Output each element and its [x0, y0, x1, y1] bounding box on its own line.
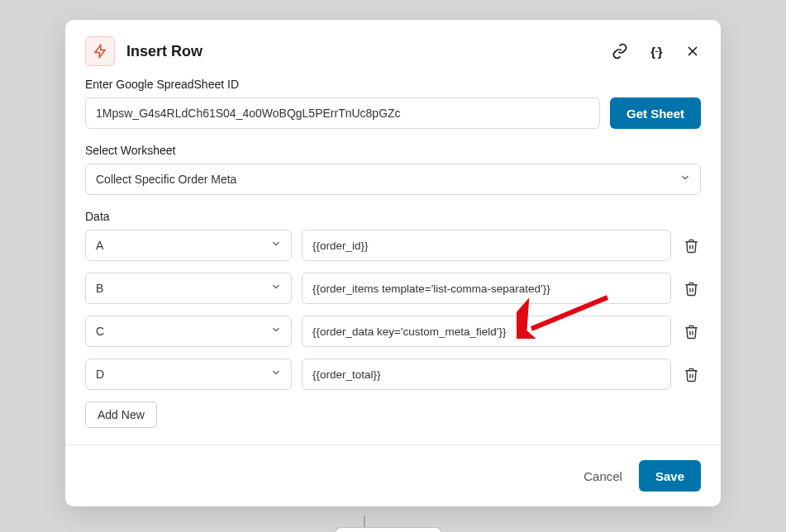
add-new-button[interactable]: Add New: [85, 401, 157, 428]
link-icon[interactable]: [612, 43, 628, 59]
worksheet-select[interactable]: Collect Specific Order Meta: [85, 164, 701, 195]
worksheet-select-value: Collect Specific Order Meta: [96, 173, 236, 186]
column-select[interactable]: D: [85, 359, 292, 390]
data-row: A: [85, 230, 701, 261]
save-button[interactable]: Save: [639, 460, 701, 492]
delete-row-button[interactable]: [681, 235, 701, 255]
column-select[interactable]: B: [85, 273, 292, 304]
cancel-button[interactable]: Cancel: [584, 469, 622, 483]
modal-header: Insert Row {...}: [65, 20, 721, 78]
row-value-input[interactable]: [302, 230, 671, 261]
delete-row-button[interactable]: [681, 364, 701, 384]
variables-icon[interactable]: {...}: [648, 43, 665, 59]
spreadsheet-id-label: Enter Google SpreadSheet ID: [85, 78, 701, 91]
flow-next-node-stub: [335, 527, 442, 532]
column-select[interactable]: C: [85, 316, 292, 347]
modal-body: Enter Google SpreadSheet ID Get Sheet Se…: [65, 78, 721, 444]
worksheet-label: Select Worksheet: [85, 144, 701, 157]
insert-row-modal: Insert Row {...} Enter Google SpreadShee…: [65, 20, 721, 506]
row-value-input[interactable]: [302, 273, 671, 304]
column-select-value: B: [96, 282, 103, 295]
data-row: D: [85, 359, 701, 390]
data-section-label: Data: [85, 210, 701, 223]
modal-title: Insert Row: [126, 43, 612, 60]
lightning-icon: [85, 36, 115, 66]
delete-row-button[interactable]: [681, 278, 701, 298]
row-value-input[interactable]: [302, 359, 671, 390]
column-select-value: A: [96, 239, 103, 252]
data-row: C: [85, 316, 701, 347]
close-icon[interactable]: [684, 43, 701, 59]
modal-footer: Cancel Save: [65, 444, 721, 506]
row-value-input[interactable]: [302, 316, 671, 347]
spreadsheet-id-input[interactable]: [85, 97, 600, 129]
get-sheet-button[interactable]: Get Sheet: [610, 97, 701, 129]
data-row: B: [85, 273, 701, 304]
delete-row-button[interactable]: [681, 321, 701, 341]
column-select-value: C: [96, 325, 104, 338]
header-actions: {...}: [612, 43, 701, 59]
column-select-value: D: [96, 368, 104, 381]
column-select[interactable]: A: [85, 230, 292, 261]
